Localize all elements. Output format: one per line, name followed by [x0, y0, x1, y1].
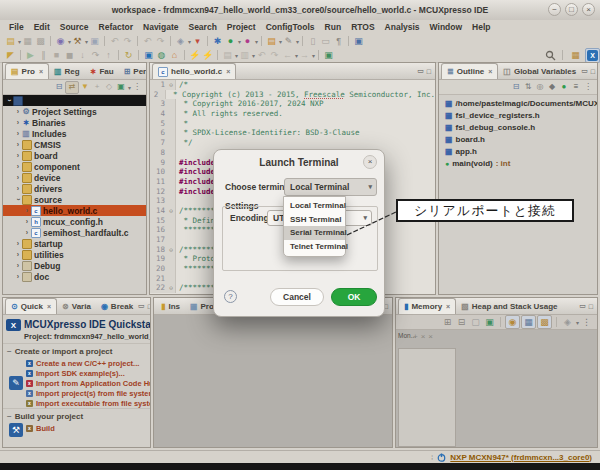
menu-item-run[interactable]: Run — [320, 22, 347, 32]
menu-item-refactor[interactable]: Refactor — [94, 22, 138, 32]
link-editor-icon[interactable]: ⇄ — [65, 81, 79, 94]
close-tab-icon[interactable]: × — [47, 303, 51, 310]
restart[interactable]: ↻ — [122, 49, 135, 61]
tree-item-project-settings[interactable]: ›⚙Project Settings — [3, 106, 146, 117]
minimize-button[interactable]: − — [548, 3, 561, 16]
quickstart-link[interactable]: xImport from Application Code Hub. — [26, 378, 151, 388]
tree-item-startup[interactable]: ›startup — [3, 238, 146, 249]
memory-view[interactable]: ▤ — [221, 49, 234, 61]
tree-item-semihost-hardfault-c[interactable]: ›csemihost_hardfault.c — [3, 227, 146, 238]
tree-item-includes[interactable]: ›▥Includes — [3, 128, 146, 139]
outline-item[interactable]: ▦fsl_device_registers.h — [439, 109, 597, 121]
open-perspective-icon[interactable]: ▦ — [569, 49, 582, 61]
add-icon[interactable]: + — [91, 82, 103, 93]
step-into[interactable]: ↓ — [76, 49, 89, 61]
expand-icon[interactable]: › — [14, 108, 22, 115]
tree-item-cmsis[interactable]: ›CMSIS — [3, 139, 146, 150]
expand-icon[interactable]: › — [14, 152, 22, 159]
profile[interactable]: ● — [241, 35, 254, 47]
dropdown-option-local-terminal[interactable]: Local Terminal — [284, 199, 345, 213]
probe-red-2[interactable]: ⚡ — [201, 49, 214, 61]
quickstart-minmax[interactable]: ▭□ — [138, 298, 151, 314]
mcux-filter-icon[interactable]: ▣ — [115, 82, 127, 93]
forward[interactable]: ↷ — [154, 35, 167, 47]
tree-item-device[interactable]: ›device — [3, 172, 146, 183]
expand-icon[interactable]: › — [14, 163, 22, 170]
new-monitor-icon[interactable]: ⊞ — [441, 316, 454, 328]
expand-icon[interactable]: › — [14, 174, 22, 181]
mcux-icon[interactable]: ▣ — [142, 49, 155, 61]
tree-item-board[interactable]: ›board — [3, 150, 146, 161]
outline-tab-global-variables[interactable]: ◫Global Variables — [498, 64, 581, 79]
toggle-comment[interactable]: ▭ — [319, 35, 332, 47]
collapse-icon[interactable]: › — [15, 196, 22, 204]
new-view[interactable]: ▣ — [322, 49, 335, 61]
debug[interactable]: ✱ — [211, 35, 224, 47]
new-tab-icon[interactable]: ▢ — [469, 316, 482, 328]
menu-item-edit[interactable]: Edit — [29, 22, 55, 32]
close-tab-icon[interactable]: × — [488, 68, 492, 75]
tree-item-doc[interactable]: ›doc — [3, 271, 146, 282]
menu-item-window[interactable]: Window — [425, 22, 468, 32]
resume[interactable]: ▶ — [24, 49, 37, 61]
quickstart-link[interactable]: xBuild — [26, 423, 55, 433]
remove-rendering-icon[interactable]: ⊟ — [455, 316, 468, 328]
expand-icon[interactable]: › — [23, 229, 31, 236]
format[interactable]: ▯ — [306, 35, 319, 47]
quickstart-tab-quick[interactable]: ⊙Quick× — [5, 298, 57, 314]
view-menu-icon[interactable]: ⋮ — [580, 316, 593, 328]
export-icon[interactable]: ▣ — [483, 316, 496, 328]
tree-item-utilities[interactable]: ›utilities — [3, 249, 146, 260]
nav-back[interactable]: ↶ — [255, 49, 268, 61]
toggle-mark[interactable]: ▾ — [191, 35, 204, 47]
quickstart-link[interactable]: xImport project(s) from file system.. — [26, 388, 151, 398]
step-over[interactable]: ↷ — [89, 49, 102, 61]
menu-item-navigate[interactable]: Navigate — [138, 22, 183, 32]
add-monitor-icon[interactable]: + — [413, 332, 418, 341]
new-wizard[interactable]: ▤ — [4, 35, 17, 47]
sort-icon[interactable]: ⇅ — [522, 82, 534, 93]
memory-minmax[interactable]: ▭□ — [579, 298, 597, 314]
menu-item-analysis[interactable]: Analysis — [380, 22, 425, 32]
close-tab-icon[interactable]: × — [446, 303, 450, 310]
ok-button[interactable]: OK — [331, 288, 377, 306]
collapse-icon[interactable]: − — [7, 347, 12, 356]
editor-tab-hello-world[interactable]: c hello_world.c × — [152, 63, 236, 79]
dropdown-option-telnet-terminal[interactable]: Telnet Terminal — [284, 240, 345, 254]
remove-monitor-icon[interactable]: × — [421, 332, 426, 341]
search-icon[interactable] — [545, 50, 556, 61]
close-button[interactable]: × — [582, 3, 595, 16]
menu-item-source[interactable]: Source — [55, 22, 94, 32]
pin-tool[interactable]: ◤ — [4, 49, 17, 61]
last-edit[interactable]: ← — [281, 49, 294, 61]
nav-fwd[interactable]: ↷ — [268, 49, 281, 61]
expand-icon[interactable]: › — [14, 273, 22, 280]
back[interactable]: ↶ — [141, 35, 154, 47]
memory-tab-heap-and-stack-usage[interactable]: ▧Heap and Stack Usage — [456, 299, 562, 314]
filter-icon[interactable]: ▼ — [79, 82, 91, 93]
open-directory[interactable]: ▤ — [265, 35, 278, 47]
terminal[interactable]: ▣ — [352, 35, 365, 47]
quickstart-link[interactable]: xImport SDK example(s)... — [26, 368, 151, 378]
globe-icon[interactable]: ◍ — [155, 49, 168, 61]
save[interactable]: ▦ — [21, 35, 34, 47]
edit[interactable]: ✎ — [282, 35, 295, 47]
terminate[interactable]: ■ — [50, 49, 63, 61]
terminal-type-combo[interactable]: Local Terminal ▾ — [284, 178, 377, 196]
maximize-button[interactable]: □ — [565, 3, 578, 16]
expand-icon[interactable]: › — [14, 130, 22, 137]
dropdown-option-serial-terminal[interactable]: Serial Terminal — [284, 226, 345, 240]
collapse-icon[interactable]: − — [7, 412, 12, 421]
fold-marker-icon[interactable]: ⊖ — [167, 245, 176, 255]
undo[interactable]: ↶ — [108, 35, 121, 47]
hide-nonpublic-icon[interactable]: ● — [558, 82, 570, 93]
step-return[interactable]: ↑ — [102, 49, 115, 61]
tree-item-hello-world-c[interactable]: ›chello_world.c — [3, 205, 146, 216]
quickstart-section-header[interactable]: −Create or import a project — [3, 343, 150, 358]
explorer-tab-pro[interactable]: ▤Pro× — [5, 63, 49, 79]
collapse-all-icon[interactable]: ⊟ — [510, 82, 522, 93]
expand-icon[interactable]: › — [14, 141, 22, 148]
fold-marker-icon[interactable]: ⊖ — [167, 283, 176, 293]
view-menu-icon[interactable]: ⋮ — [582, 82, 594, 93]
tree-item-source[interactable]: ›source — [3, 194, 146, 205]
